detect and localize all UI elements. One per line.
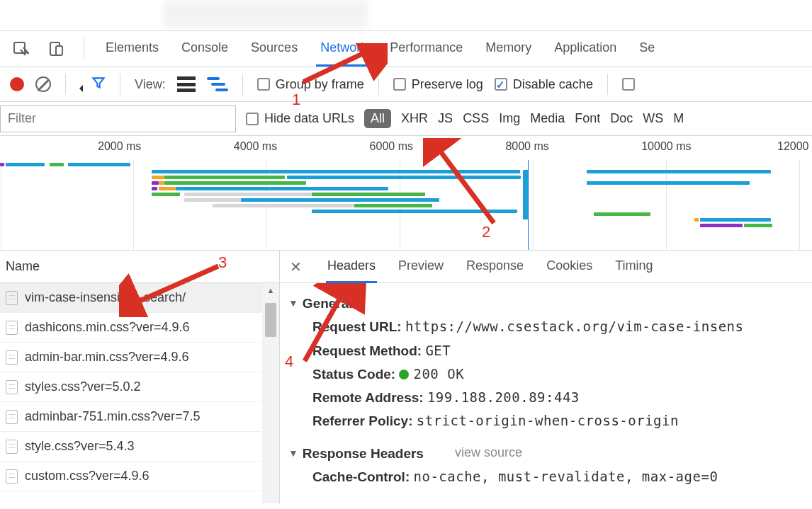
document-icon — [6, 469, 18, 484]
status-code-label: Status Code: — [312, 367, 395, 382]
filter-type-ws[interactable]: WS — [643, 111, 663, 126]
tab-sources[interactable]: Sources — [247, 31, 302, 67]
scroll-thumb[interactable] — [265, 303, 276, 337]
request-row[interactable]: adminbar-751.min.css?ver=7.5 — [0, 402, 279, 432]
divider — [65, 74, 66, 95]
document-icon — [6, 291, 18, 305]
detail-tab-headers[interactable]: Headers — [326, 251, 377, 283]
divider — [242, 74, 243, 95]
tick: 8000 ms — [505, 140, 506, 153]
request-method-row: Request Method: GET — [288, 339, 812, 362]
tab-elements[interactable]: Elements — [101, 31, 163, 67]
document-icon — [6, 410, 18, 424]
document-icon — [6, 321, 18, 335]
document-icon — [6, 380, 18, 394]
general-section[interactable]: ▼General — [288, 292, 812, 315]
tick: 10000 ms — [641, 140, 642, 153]
filter-input[interactable] — [0, 105, 236, 132]
cache-control-row: Cache-Control: no-cache, must-revalidate… — [288, 465, 812, 488]
divider — [607, 74, 608, 95]
detail-tab-preview[interactable]: Preview — [397, 251, 445, 283]
request-method-value: GET — [425, 343, 451, 358]
network-body: Name vim-case-insensitive-search/ dashic… — [0, 251, 812, 503]
group-by-frame-checkbox[interactable]: Group by frame — [257, 77, 364, 92]
detail-tabs: ✕ Headers Preview Response Cookies Timin… — [280, 251, 812, 283]
clear-icon[interactable] — [35, 76, 51, 92]
document-icon — [6, 350, 18, 365]
status-code-row: Status Code: 200 OK — [288, 362, 812, 386]
request-name: custom.css?ver=4.9.6 — [25, 469, 150, 484]
request-row[interactable]: style.css?ver=5.4.3 — [0, 432, 279, 462]
filter-type-css[interactable]: CSS — [463, 111, 489, 126]
tick: 12000 ms — [777, 140, 778, 153]
filter-type-doc[interactable]: Doc — [610, 111, 633, 126]
disclosure-triangle-icon: ▼ — [288, 445, 298, 462]
tab-network[interactable]: Network — [316, 31, 371, 67]
detail-tab-response[interactable]: Response — [465, 251, 525, 283]
offline-checkbox-truncated[interactable] — [622, 78, 635, 91]
tick: 2000 ms — [98, 140, 98, 153]
divider — [84, 38, 84, 59]
timeline-cursor — [528, 160, 529, 250]
filter-type-xhr[interactable]: XHR — [401, 111, 428, 126]
filter-icon[interactable] — [91, 76, 106, 93]
view-source-link[interactable]: view source — [455, 442, 522, 464]
tab-application[interactable]: Application — [550, 31, 621, 67]
divider — [120, 74, 120, 95]
divider — [378, 74, 379, 95]
request-detail-pane: ✕ Headers Preview Response Cookies Timin… — [280, 251, 812, 503]
filter-type-all[interactable]: All — [364, 109, 391, 128]
document-icon — [6, 440, 18, 454]
request-name: admin-bar.min.css?ver=4.9.6 — [25, 350, 189, 365]
request-url-row: Request URL: https://www.csestack.org/vi… — [288, 315, 812, 338]
response-headers-section[interactable]: ▼ Response Headers view source — [288, 442, 812, 465]
filter-type-font[interactable]: Font — [575, 111, 600, 126]
group-by-frame-label: Group by frame — [276, 77, 364, 92]
tab-security-truncated[interactable]: Se — [635, 31, 659, 67]
request-row[interactable]: custom.css?ver=4.9.6 — [0, 462, 279, 491]
filter-type-js[interactable]: JS — [438, 111, 453, 126]
filter-type-img[interactable]: Img — [499, 111, 520, 126]
network-timeline[interactable]: 2000 ms 4000 ms 6000 ms 8000 ms 10000 ms… — [0, 136, 812, 251]
detail-tab-timing[interactable]: Timing — [614, 251, 654, 283]
preserve-log-label: Preserve log — [412, 77, 483, 92]
scroll-up-arrow[interactable]: ▲ — [262, 283, 279, 297]
request-row[interactable]: dashicons.min.css?ver=4.9.6 — [0, 313, 279, 343]
view-list-icon[interactable] — [177, 76, 196, 92]
inspect-icon[interactable] — [10, 38, 31, 59]
record-icon[interactable] — [10, 77, 24, 91]
request-row[interactable]: admin-bar.min.css?ver=4.9.6 — [0, 343, 279, 372]
disable-cache-label: Disable cache — [513, 77, 593, 92]
tab-performance[interactable]: Performance — [385, 31, 467, 67]
view-waterfall-icon[interactable] — [207, 76, 228, 92]
tick: 6000 ms — [370, 140, 371, 153]
close-button[interactable]: ✕ — [286, 258, 306, 275]
request-name: vim-case-insensitive-search/ — [25, 290, 186, 305]
hide-data-urls-checkbox[interactable]: Hide data URLs — [246, 111, 354, 126]
timeline-ticks: 2000 ms 4000 ms 6000 ms 8000 ms 10000 ms… — [0, 136, 812, 153]
filter-type-more[interactable]: M — [673, 111, 684, 126]
request-list: vim-case-insensitive-search/ dashicons.m… — [0, 283, 279, 503]
tab-console[interactable]: Console — [177, 31, 232, 67]
network-toolbar: View: Group by frame Preserve log Disabl… — [0, 67, 812, 102]
devtools-main-tabs: Elements Console Sources Network Perform… — [0, 31, 812, 67]
request-list-column: Name vim-case-insensitive-search/ dashic… — [0, 251, 280, 503]
tab-memory[interactable]: Memory — [481, 31, 536, 67]
remote-address-row: Remote Address: 199.188.200.89:443 — [288, 386, 812, 409]
filter-type-media[interactable]: Media — [530, 111, 565, 126]
referrer-policy-label: Referrer Policy: — [312, 413, 413, 428]
request-name: styles.css?ver=5.0.2 — [25, 379, 141, 394]
request-row[interactable]: styles.css?ver=5.0.2 — [0, 372, 279, 402]
preserve-log-checkbox[interactable]: Preserve log — [393, 77, 483, 92]
request-row[interactable]: vim-case-insensitive-search/ — [0, 283, 279, 313]
request-url-label: Request URL: — [312, 319, 402, 334]
request-name: dashicons.min.css?ver=4.9.6 — [25, 320, 190, 335]
device-toggle-icon[interactable] — [45, 38, 67, 59]
scrollbar[interactable]: ▲ — [262, 283, 279, 503]
remote-address-value: 199.188.200.89:443 — [427, 389, 580, 405]
headers-panel: ▼General Request URL: https://www.csesta… — [280, 283, 812, 503]
window-top-blank — [0, 0, 812, 31]
name-column-header[interactable]: Name — [0, 251, 279, 283]
detail-tab-cookies[interactable]: Cookies — [545, 251, 594, 283]
disable-cache-checkbox[interactable]: Disable cache — [495, 77, 593, 92]
